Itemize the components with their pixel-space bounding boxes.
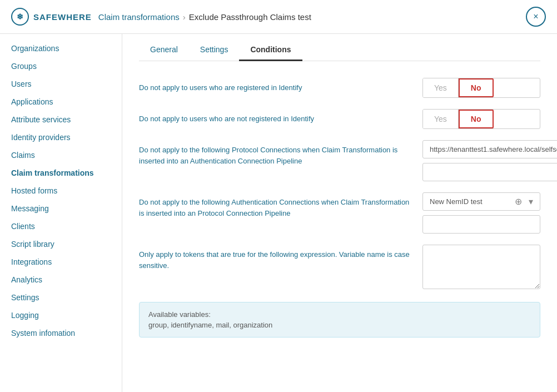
breadcrumb-separator: › <box>183 12 186 22</box>
sidebar-item-claims[interactable]: Claims <box>0 146 122 164</box>
sidebar-item-analytics[interactable]: Analytics <box>0 271 122 289</box>
sidebar-item-identity-providers[interactable]: Identity providers <box>0 128 122 146</box>
variables-box: Available variables: group, identifyname… <box>139 302 540 338</box>
logo: ❄ SAFEWHERE <box>11 8 92 26</box>
condition-row-1: Do not apply to users who are registered… <box>139 78 540 98</box>
layout: Organizations Groups Users Applications … <box>0 34 557 392</box>
sidebar-item-applications[interactable]: Applications <box>0 93 122 111</box>
condition-control-4: New NemID test ⊕ ▾ <box>422 192 540 234</box>
auth-connections-input[interactable] <box>422 215 540 234</box>
condition-control-5 <box>422 245 540 291</box>
main-content: General Settings Conditions Do not apply… <box>122 34 557 392</box>
no-button-2[interactable]: No <box>459 110 494 128</box>
expression-textarea[interactable] <box>422 245 540 289</box>
tab-conditions[interactable]: Conditions <box>239 39 302 61</box>
variables-value: group, identifyname, mail, organization <box>148 321 531 329</box>
sidebar-item-clients[interactable]: Clients <box>0 217 122 235</box>
sidebar-item-system-information[interactable]: System infomation <box>0 324 122 342</box>
condition-label-4: Do not apply to the following Authentica… <box>139 192 411 219</box>
no-button-1[interactable]: No <box>459 78 494 97</box>
sidebar-item-organizations[interactable]: Organizations <box>0 39 122 57</box>
sidebar-item-groups[interactable]: Groups <box>0 57 122 75</box>
condition-control-3: https://tenanttest1.safewhere.local/self… <box>422 140 557 181</box>
auth-connections-dropdown[interactable]: New NemID test ⊕ ▾ <box>422 192 540 211</box>
dropdown-value-3: https://tenanttest1.safewhere.local/self… <box>423 141 557 158</box>
variables-title: Available variables: <box>148 310 531 319</box>
breadcrumb-parent[interactable]: Claim transformations <box>98 12 180 22</box>
condition-row-4: Do not apply to the following Authentica… <box>139 192 540 234</box>
condition-label-3: Do not apply to the following Protocol C… <box>139 140 411 166</box>
header-left: ❄ SAFEWHERE Claim transformations › Excl… <box>11 8 311 26</box>
add-icon-4[interactable]: ⊕ <box>513 194 524 209</box>
yn-group-2: Yes No <box>422 109 540 129</box>
dropdown-value-4: New NemID test <box>423 193 508 210</box>
sidebar-item-settings[interactable]: Settings <box>0 289 122 306</box>
condition-row-3: Do not apply to the following Protocol C… <box>139 140 540 181</box>
sidebar-item-messaging[interactable]: Messaging <box>0 200 122 217</box>
yn-group-1: Yes No <box>422 78 540 98</box>
logo-text: SAFEWHERE <box>33 12 92 22</box>
breadcrumb-current: Exclude Passthrough Claims test <box>189 12 311 22</box>
condition-label-5: Only apply to tokens that are true for t… <box>139 245 411 271</box>
sidebar-item-claim-transformations[interactable]: Claim transformations <box>0 164 122 182</box>
snowflake-icon: ❄ <box>17 12 24 21</box>
tab-general[interactable]: General <box>139 39 189 61</box>
condition-control-1: Yes No <box>422 78 540 98</box>
condition-label-1: Do not apply to users who are registered… <box>139 78 411 93</box>
logo-icon: ❄ <box>11 8 29 26</box>
sidebar-item-hosted-forms[interactable]: Hosted forms <box>0 182 122 200</box>
sidebar-item-logging[interactable]: Logging <box>0 306 122 324</box>
dropdown-icons-4: ⊕ ▾ <box>508 194 540 209</box>
condition-row-2: Do not apply to users who are not regist… <box>139 109 540 129</box>
sidebar-item-integrations[interactable]: Integrations <box>0 253 122 271</box>
condition-row-5: Only apply to tokens that are true for t… <box>139 245 540 291</box>
chevron-down-icon-4[interactable]: ▾ <box>526 194 535 209</box>
close-button[interactable]: × <box>526 7 546 27</box>
yes-button-2[interactable]: Yes <box>423 110 459 128</box>
sidebar-item-users[interactable]: Users <box>0 75 122 93</box>
protocol-connections-dropdown[interactable]: https://tenanttest1.safewhere.local/self… <box>422 140 557 158</box>
tabs: General Settings Conditions <box>139 34 540 61</box>
header: ❄ SAFEWHERE Claim transformations › Excl… <box>0 0 557 34</box>
yes-button-1[interactable]: Yes <box>423 78 459 97</box>
breadcrumb: Claim transformations › Exclude Passthro… <box>98 12 311 22</box>
condition-label-2: Do not apply to users who are not regist… <box>139 109 411 125</box>
tab-settings[interactable]: Settings <box>189 39 240 61</box>
protocol-connections-input[interactable] <box>422 163 557 181</box>
sidebar-item-attribute-services[interactable]: Attribute services <box>0 111 122 128</box>
condition-control-2: Yes No <box>422 109 540 129</box>
sidebar-item-script-library[interactable]: Script library <box>0 235 122 253</box>
sidebar: Organizations Groups Users Applications … <box>0 34 122 392</box>
